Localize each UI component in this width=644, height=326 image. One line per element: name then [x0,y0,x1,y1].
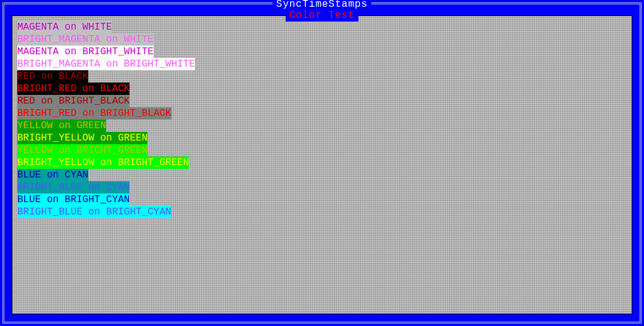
color-sample: BRIGHT_RED on BLACK [17,83,130,95]
color-line: BRIGHT_YELLOW on BRIGHT_GREEN [17,157,627,169]
color-line: YELLOW on BRIGHT_GREEN [17,144,627,157]
color-line: BRIGHT_RED on BRIGHT_BLACK [17,107,627,120]
color-sample: BLUE on CYAN [17,169,88,181]
color-sample: BRIGHT_BLUE on CYAN [17,181,130,194]
color-line: BLUE on BRIGHT_CYAN [17,194,627,206]
inner-panel: Color Test MAGENTA on WHITEBRIGHT_MAGENT… [12,15,632,314]
color-line: BRIGHT_RED on BLACK [17,83,627,95]
color-sample: MAGENTA on WHITE [17,21,112,33]
color-line: BRIGHT_BLUE on CYAN [17,181,627,194]
color-line: RED on BLACK [17,70,627,83]
color-sample: BRIGHT_MAGENTA on WHITE [17,33,154,46]
color-sample: BRIGHT_YELLOW on GREEN [17,132,147,144]
color-sample: RED on BRIGHT_BLACK [17,95,130,107]
color-sample: YELLOW on GREEN [17,120,106,132]
color-line: BRIGHT_YELLOW on GREEN [17,132,627,144]
color-sample: RED on BLACK [17,70,88,83]
color-sample: BRIGHT_BLUE on BRIGHT_CYAN [17,206,171,218]
color-line: RED on BRIGHT_BLACK [17,95,627,107]
panel-title: Color Test [286,9,358,22]
color-line: MAGENTA on WHITE [17,21,627,33]
color-line: BRIGHT_BLUE on BRIGHT_CYAN [17,206,627,218]
color-line: BRIGHT_MAGENTA on WHITE [17,33,627,46]
color-sample: BLUE on BRIGHT_CYAN [17,194,130,206]
color-line: MAGENTA on BRIGHT_WHITE [17,46,627,58]
outer-frame: SyncTimeStamps Color Test MAGENTA on WHI… [2,2,642,324]
color-sample: YELLOW on BRIGHT_GREEN [17,144,147,157]
color-lines-container: MAGENTA on WHITEBRIGHT_MAGENTA on WHITEM… [12,16,632,223]
color-sample: BRIGHT_RED on BRIGHT_BLACK [17,107,171,120]
color-sample: MAGENTA on BRIGHT_WHITE [17,46,154,58]
color-line: BRIGHT_MAGENTA on BRIGHT_WHITE [17,58,627,70]
color-sample: BRIGHT_YELLOW on BRIGHT_GREEN [17,157,189,169]
color-line: BLUE on CYAN [17,169,627,181]
color-line: YELLOW on GREEN [17,120,627,132]
color-sample: BRIGHT_MAGENTA on BRIGHT_WHITE [17,58,195,70]
